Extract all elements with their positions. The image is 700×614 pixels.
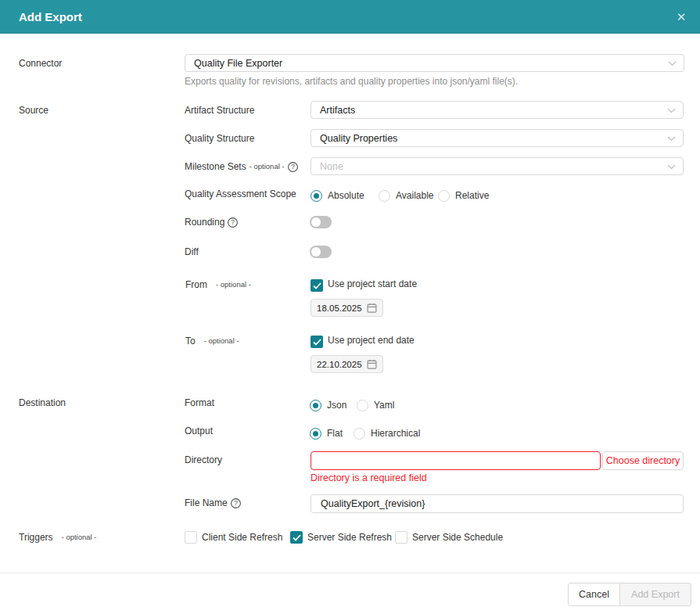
svg-text:?: ?	[234, 499, 238, 507]
svg-text:?: ?	[291, 163, 295, 171]
svg-text:?: ?	[232, 218, 235, 226]
